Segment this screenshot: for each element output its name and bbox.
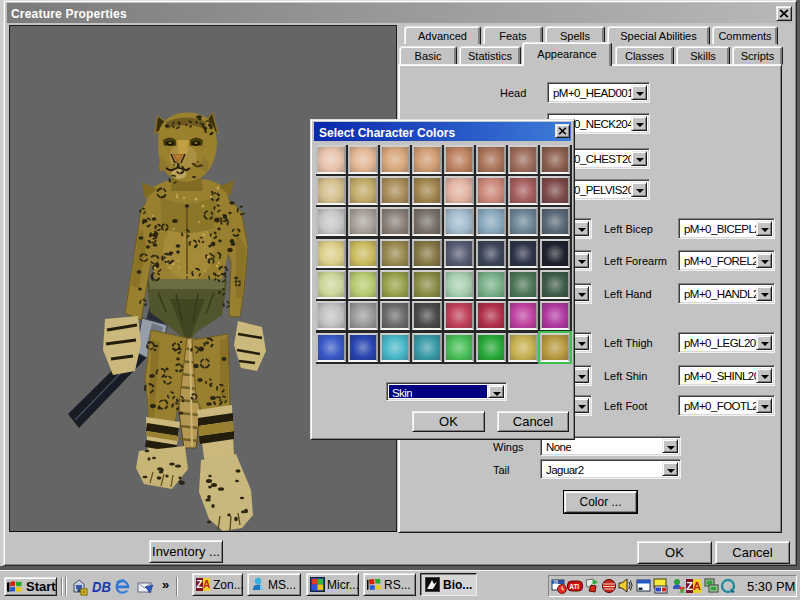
svg-text:ATI: ATI (569, 583, 579, 590)
svg-text:38: 38 (553, 580, 559, 585)
